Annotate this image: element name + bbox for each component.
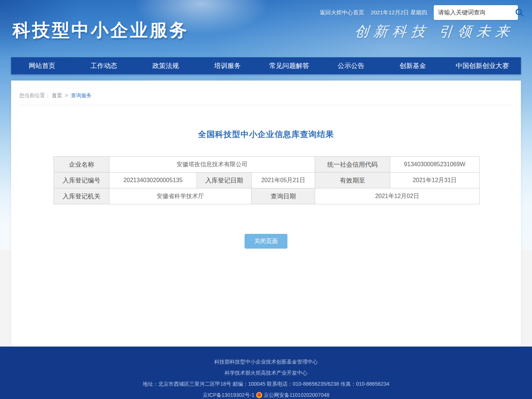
page: 返回火炬中心首页 2021年12月2日 星期四 科技型中小企业服务 创新科技 引…: [0, 0, 532, 399]
breadcrumb-separator: >: [65, 92, 68, 98]
search-box[interactable]: [434, 5, 518, 20]
nav-item-innovation-fund[interactable]: 创新基金: [382, 57, 444, 74]
table-row: 入库登记机关 安徽省科学技术厅 查询日期 2021年12月02日: [54, 188, 480, 204]
label-valid-until: 有效期至: [315, 173, 390, 188]
site-logo: 科技型中小企业服务: [13, 18, 189, 42]
nav-item-announcements[interactable]: 公示公告: [320, 57, 382, 74]
police-record-number[interactable]: 京公网安备11010202007048: [264, 389, 330, 399]
label-registration-number: 入库登记编号: [54, 173, 109, 188]
value-registration-authority: 安徽省科学技术厅: [109, 188, 252, 204]
top-utility-bar: 返回火炬中心首页 2021年12月2日 星期四: [320, 5, 518, 20]
nav-item-training[interactable]: 培训服务: [197, 57, 258, 74]
label-registration-date: 入库登记日期: [197, 173, 252, 188]
label-registration-authority: 入库登记机关: [54, 188, 109, 204]
return-torch-home-link[interactable]: 返回火炬中心首页: [320, 9, 364, 16]
breadcrumb-current-link[interactable]: 查询服务: [71, 92, 92, 98]
label-query-date: 查询日期: [252, 188, 315, 204]
table-row: 企业名称 安徽塔孜信息技术有限公司 统一社会信用代码 9134030008523…: [54, 157, 480, 173]
breadcrumb: 您当前位置： 首页 > 查询服务: [19, 92, 514, 105]
value-company-name: 安徽塔孜信息技术有限公司: [109, 157, 315, 173]
label-credit-code: 统一社会信用代码: [315, 157, 390, 173]
page-title: 全国科技型中小企业信息库查询结果: [11, 129, 521, 140]
content-panel: 您当前位置： 首页 > 查询服务 全国科技型中小企业信息库查询结果 企业名称 安…: [11, 81, 521, 347]
nav-item-work-news[interactable]: 工作动态: [73, 57, 134, 74]
nav-item-faq[interactable]: 常见问题解答: [258, 57, 320, 74]
value-credit-code: 91340300085231069W: [390, 157, 480, 173]
nav-item-policies[interactable]: 政策法规: [135, 57, 197, 74]
nav-item-home[interactable]: 网站首页: [11, 57, 73, 74]
result-table: 企业名称 安徽塔孜信息技术有限公司 统一社会信用代码 9134030008523…: [54, 156, 480, 204]
icp-number[interactable]: 京ICP备13019302号-1: [202, 389, 254, 399]
button-row: 关闭页面: [11, 234, 521, 249]
footer-org-torch-center: 科学技术部火炬高技术产业开发中心: [0, 367, 532, 378]
police-badge-icon: [256, 392, 262, 398]
table-row: 入库登记编号 202134030200005135 入库登记日期 2021年05…: [54, 173, 480, 188]
current-date: 2021年12月2日 星期四: [371, 9, 427, 16]
nav-item-innovation-competition[interactable]: 中国创新创业大赛: [444, 57, 521, 74]
footer-contact-info: 地址：北京市西城区三里河二区甲18号 邮编：100045 联系电话：010-88…: [0, 378, 532, 389]
search-input[interactable]: [438, 9, 515, 16]
main-nav: 网站首页 工作动态 政策法规 培训服务 常见问题解答 公示公告 创新基金 中国创…: [11, 57, 521, 74]
footer-icp-line: 京ICP备13019302号-1 京公网安备11010202007048: [0, 389, 532, 399]
footer: 科技部科技型中小企业技术创新基金管理中心 科学技术部火炬高技术产业开发中心 地址…: [0, 347, 532, 399]
close-page-button[interactable]: 关闭页面: [245, 234, 287, 249]
breadcrumb-prefix: 您当前位置：: [19, 92, 50, 98]
value-registration-date: 2021年05月21日: [252, 173, 315, 188]
label-company-name: 企业名称: [54, 157, 109, 173]
value-valid-until: 2021年12月31日: [390, 173, 480, 188]
search-icon[interactable]: [515, 7, 524, 18]
value-query-date: 2021年12月02日: [315, 188, 480, 204]
value-registration-number: 202134030200005135: [109, 173, 197, 188]
breadcrumb-home-link[interactable]: 首页: [52, 92, 62, 98]
footer-org-fund-center: 科技部科技型中小企业技术创新基金管理中心: [0, 356, 532, 367]
header-slogan: 创新科技 引领未来: [354, 22, 515, 41]
